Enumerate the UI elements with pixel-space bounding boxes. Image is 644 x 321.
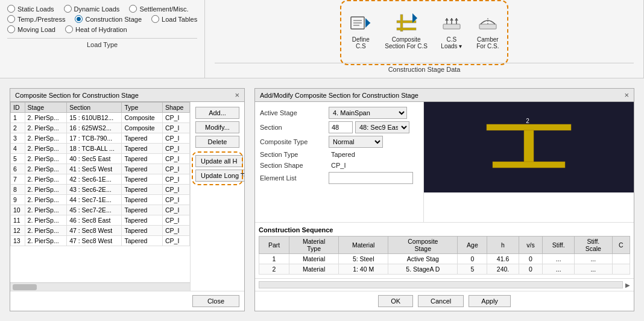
seq-row[interactable]: 1Material5: SteelActive Stag041.60...... (259, 254, 630, 264)
update-long-term-button[interactable]: Update Long Term (195, 170, 244, 182)
seq-scrollbar[interactable] (259, 281, 623, 288)
table-cell-stage: 2. PierSp... (25, 195, 67, 205)
right-dialog-close[interactable]: × (624, 91, 629, 99)
seq-col-mat-type: MaterialType (289, 237, 339, 254)
seq-cell-8: ... (575, 254, 612, 264)
element-list-input[interactable] (329, 172, 413, 184)
svg-rect-17 (479, 24, 496, 29)
table-row[interactable]: 132. PierSp...47 : Sec8 WestTaperedCP_I (11, 236, 190, 246)
seq-col-comp-stage: CompositeStage (388, 237, 458, 254)
table-row[interactable]: 62. PierSp...41 : Sec5 WestTaperedCP_I (11, 164, 190, 174)
table-row[interactable]: 122. PierSp...47 : Sec8 WestTaperedCP_I (11, 226, 190, 236)
left-dialog-titlebar: Composite Section for Construction Stage… (10, 89, 244, 102)
col-stage: Stage (25, 103, 67, 113)
composite-section-label: CompositeSection For C.S (385, 36, 428, 49)
radio-settlement[interactable]: Settlement/Misc. (129, 5, 188, 13)
table-row[interactable]: 22. PierSp...16 : 625WS2...CompositeCP_I (11, 123, 190, 133)
apply-button[interactable]: Apply (469, 295, 511, 307)
table-cell-section: 47 : Sec8 West (67, 226, 122, 236)
left-data-table: ID Stage Section Type Shape 12. PierSp..… (10, 102, 190, 246)
left-dialog-close[interactable]: × (235, 91, 239, 99)
cs-loads-button[interactable]: C.SLoads ▾ (436, 10, 467, 52)
table-row[interactable]: 102. PierSp...45 : Sec7-2E...TaperedCP_I (11, 205, 190, 215)
table-cell-id: 12 (11, 226, 25, 236)
table-row[interactable]: 32. PierSp...17 : TCB-790...TaperedCP_I (11, 133, 190, 144)
right-top: Active Stage 4. MainSpan Section 48: Sec… (255, 102, 634, 222)
composite-type-select[interactable]: Normal (329, 136, 383, 148)
seq-row[interactable]: 2Material1: 40 M5. StageA D5240.0...... (259, 264, 630, 275)
svg-marker-15 (450, 18, 453, 21)
radio-construction-circle (75, 15, 83, 23)
delete-button[interactable]: Delete (195, 136, 239, 148)
svg-rect-8 (397, 28, 416, 30)
section-select[interactable]: 48: Sec9 East (355, 121, 409, 133)
table-cell-type: Composite (122, 113, 163, 123)
active-stage-label: Active Stage (260, 109, 326, 116)
seq-cell-0: 1 (259, 254, 289, 264)
table-cell-section: 42 : Sec6-1E... (67, 174, 122, 185)
define-cs-button[interactable]: DefineC.S (345, 10, 376, 52)
ok-button[interactable]: OK (378, 295, 413, 307)
table-cell-id: 1 (11, 113, 25, 123)
active-stage-select[interactable]: 4. MainSpan (329, 107, 407, 119)
ok-cancel-row: OK Cancel Apply (255, 291, 634, 311)
table-row[interactable]: 92. PierSp...44 : Sec7-1E...TaperedCP_I (11, 195, 190, 205)
radio-static-loads-label: Static Loads (17, 5, 54, 13)
radio-dynamic-loads[interactable]: Dynamic Loads (64, 5, 120, 13)
col-shape: Shape (163, 103, 190, 113)
add-button[interactable]: Add... (195, 107, 239, 119)
main-area: Composite Section for Construction Stage… (0, 78, 644, 321)
radio-moving-label: Moving Load (17, 26, 55, 33)
left-table-scroll[interactable]: ID Stage Section Type Shape 12. PierSp..… (10, 102, 190, 282)
radio-moving-circle (7, 25, 15, 33)
update-all-h-button[interactable]: Update all H (195, 155, 243, 167)
radio-loadtables-label: Load Tables (162, 16, 197, 23)
table-cell-shape: CP_I (163, 205, 190, 215)
composite-section-button[interactable]: CompositeSection For C.S (381, 10, 431, 52)
radio-construction[interactable]: Construction Stage (75, 15, 142, 23)
seq-cell-8: ... (575, 264, 612, 275)
cancel-button[interactable]: Cancel (418, 295, 464, 307)
table-row[interactable]: 42. PierSp...18 : TCB-ALL ...TaperedCP_I (11, 144, 190, 154)
table-row[interactable]: 52. PierSp...40 : Sec5 EastTaperedCP_I (11, 154, 190, 164)
define-cs-label: DefineC.S (352, 36, 370, 49)
radio-temp-circle (7, 15, 15, 23)
table-cell-section: 17 : TCB-790... (67, 133, 122, 144)
table-row[interactable]: 12. PierSp...15 : 610UB12...CompositeCP_… (11, 113, 190, 123)
table-cell-type: Composite (122, 123, 163, 133)
radio-moving[interactable]: Moving Load (7, 25, 55, 33)
modify-button[interactable]: Modify... (195, 121, 239, 133)
table-cell-stage: 2. PierSp... (25, 174, 67, 185)
table-cell-stage: 2. PierSp... (25, 123, 67, 133)
close-button[interactable]: Close (192, 295, 239, 307)
table-row[interactable]: 72. PierSp...42 : Sec6-1E...TaperedCP_I (11, 174, 190, 185)
cs-data-footer: Construction Stage Data (215, 63, 634, 73)
radio-static-loads[interactable]: Static Loads (7, 5, 54, 13)
table-cell-type: Tapered (122, 195, 163, 205)
right-dialog-title: Add/Modify Composite Section for Constru… (260, 92, 418, 99)
seq-cell-7: ... (543, 254, 575, 264)
section-input1[interactable] (329, 121, 353, 133)
radio-loadtables[interactable]: Load Tables (151, 15, 197, 23)
camber-label: CamberFor C.S. (476, 36, 499, 49)
camber-button[interactable]: CamberFor C.S. (472, 10, 504, 52)
seq-cell-4: 0 (458, 254, 487, 264)
table-cell-shape: CP_I (163, 185, 190, 195)
radio-temp[interactable]: Temp./Prestress (7, 15, 65, 23)
table-row[interactable]: 112. PierSp...46 : Sec8 EastTaperedCP_I (11, 215, 190, 226)
seq-cell-2: 1: 40 M (339, 264, 388, 275)
table-row[interactable]: 82. PierSp...43 : Sec6-2E...TaperedCP_I (11, 185, 190, 195)
table-cell-section: 45 : Sec7-2E... (67, 205, 122, 215)
radio-hydration[interactable]: Heat of Hydration (65, 25, 127, 33)
cs-loads-icon (441, 12, 462, 34)
seq-col-h: h (487, 237, 519, 254)
toolbar: Static Loads Dynamic Loads Settlement/Mi… (0, 0, 644, 78)
table-cell-stage: 2. PierSp... (25, 226, 67, 236)
load-type-row-1: Static Loads Dynamic Loads Settlement/Mi… (7, 5, 197, 13)
table-cell-id: 13 (11, 236, 25, 246)
composite-type-row: Composite Type Normal (255, 135, 423, 149)
left-horizontal-scrollbar[interactable] (10, 282, 190, 291)
left-dialog-buttons: Add... Modify... Delete Update all H Upd… (190, 102, 244, 291)
table-cell-id: 2 (11, 123, 25, 133)
camber-icon (477, 12, 499, 34)
